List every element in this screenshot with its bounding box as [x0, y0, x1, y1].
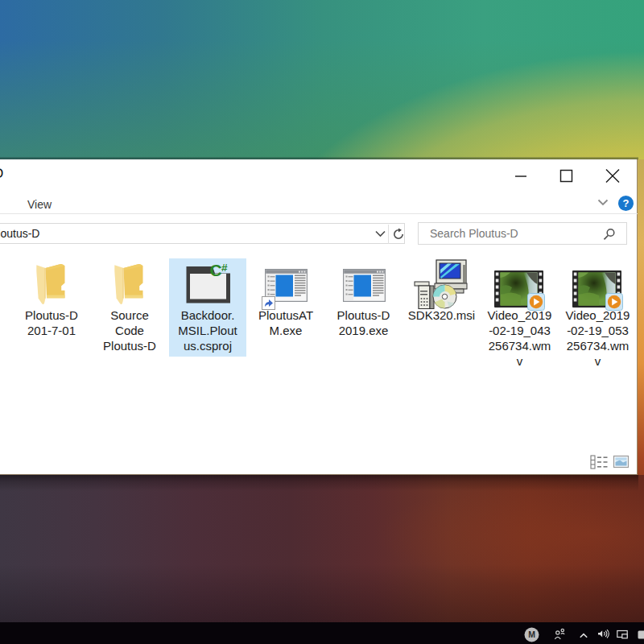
- svg-text:M: M: [528, 630, 535, 639]
- svg-text:#: #: [221, 262, 228, 274]
- svg-text:C: C: [209, 261, 221, 279]
